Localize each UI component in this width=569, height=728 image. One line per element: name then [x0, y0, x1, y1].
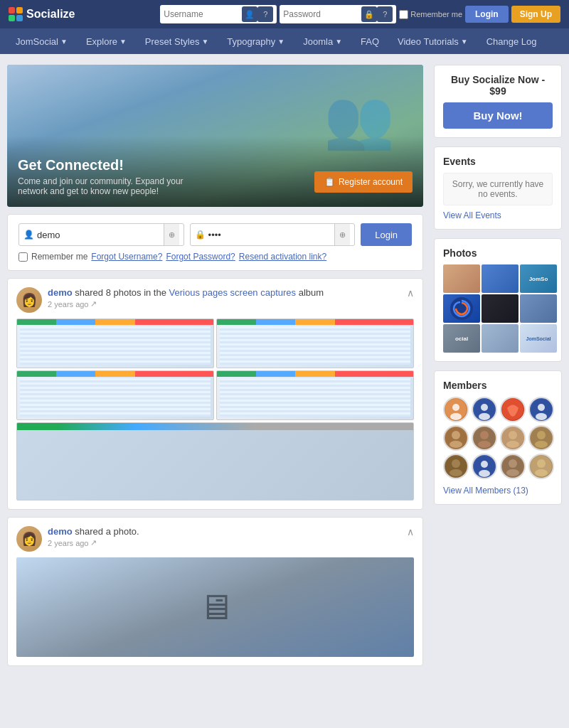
nav-item-explore[interactable]: Explore ▼ [78, 32, 135, 51]
photo-post-image [16, 557, 414, 657]
nav-arrow-joomla: ▼ [335, 38, 342, 46]
photo-thumb-4[interactable] [443, 294, 480, 323]
buy-now-button[interactable]: Buy Now! [443, 102, 553, 129]
header-password-icon-btn[interactable]: 🔒 [361, 6, 377, 22]
header-remember-checkbox[interactable] [399, 10, 408, 19]
member-icon-12 [530, 455, 553, 478]
photos-grid: JomSo ocial JomSocial [443, 264, 553, 353]
post-forward-icon: ↗ [90, 299, 97, 309]
header-username-help-btn[interactable]: ? [257, 6, 273, 22]
site-logo[interactable]: Socialize [9, 7, 75, 21]
post-avatar-2: 👩 [16, 526, 42, 552]
header-signup-button[interactable]: Sign Up [511, 6, 560, 23]
header-username-input[interactable] [164, 9, 242, 19]
post-album-suffix: album [299, 287, 324, 298]
header-login-button[interactable]: Login [465, 6, 509, 23]
svg-point-10 [536, 413, 547, 420]
login-form: 👤 ⊕ 🔒 ⊕ Login Remember me Forgot Usernam… [7, 214, 423, 271]
photo-thumb-5[interactable] [482, 294, 519, 323]
nav-item-typography[interactable]: Typography ▼ [218, 32, 293, 51]
sidebar-buy-box: Buy Socialize Now - $99 Buy Now! [434, 65, 562, 138]
events-title: Events [443, 156, 553, 167]
password-field[interactable] [208, 230, 335, 240]
forgot-username-link[interactable]: Forgot Username? [91, 252, 162, 262]
post-collapse-btn-1[interactable]: ∧ [407, 287, 414, 299]
sidebar-photos-box: Photos JomSo ocial JomSocial [434, 238, 562, 362]
remember-me-checkbox[interactable] [18, 252, 28, 262]
header-username-icon-btn[interactable]: 👤 [242, 6, 257, 22]
password-field-icon[interactable]: ⊕ [334, 224, 350, 245]
post-time-2: 2 years ago ↗ [48, 538, 401, 547]
logo-text: Socialize [26, 8, 75, 21]
svg-point-24 [452, 459, 460, 468]
svg-point-18 [509, 431, 517, 439]
header-remember-label[interactable]: Remember me [399, 10, 462, 19]
nav-item-joomla[interactable]: Joomla ▼ [294, 32, 351, 51]
svg-point-25 [450, 469, 462, 476]
member-avatar-9[interactable] [443, 454, 469, 479]
member-icon-8 [530, 427, 553, 449]
buy-price-label: Buy Socialize Now - $99 [443, 74, 553, 97]
photo-thumb-9[interactable]: JomSocial [520, 324, 557, 353]
view-all-members-link[interactable]: View All Members (13) [443, 486, 528, 496]
resend-activation-link[interactable]: Resend activation link? [239, 252, 326, 262]
content-column: Get Connected! Come and join our communi… [7, 65, 423, 673]
hero-register-button[interactable]: 📋 Register account [314, 171, 413, 193]
photo-thumb-2[interactable] [482, 264, 519, 293]
username-field-icon[interactable]: ⊕ [164, 224, 179, 245]
nav-item-jomsocial[interactable]: JomSocial ▼ [7, 32, 76, 51]
screenshot-full [16, 422, 414, 500]
sidebar-members-box: Members [434, 370, 562, 505]
main-container: Get Connected! Come and join our communi… [0, 54, 569, 684]
post-collapse-btn-2[interactable]: ∧ [407, 526, 414, 537]
post-card-photo: 👩 demo shared a photo. 2 years ago ↗ ∧ [7, 517, 423, 666]
member-avatar-2[interactable] [472, 397, 497, 422]
hero-banner: Get Connected! Come and join our communi… [7, 65, 423, 207]
header-password-help-btn[interactable]: ? [377, 6, 393, 22]
post-meta-2: demo shared a photo. 2 years ago ↗ [48, 526, 401, 547]
photo-thumb-6[interactable] [520, 294, 557, 323]
password-icon: 🔒 [195, 230, 206, 240]
header-login-area: 👤 ? 🔒 ? Remember me Login Sign Up [160, 5, 560, 23]
member-avatar-11[interactable] [500, 454, 526, 479]
post-album-link[interactable]: Verious pages screen captures [169, 287, 297, 298]
member-avatar-8[interactable] [528, 425, 554, 451]
view-all-events-link[interactable]: View All Events [443, 210, 501, 220]
svg-point-22 [535, 441, 548, 448]
member-avatar-6[interactable] [472, 425, 497, 451]
photo-thumb-3[interactable]: JomSo [520, 264, 557, 293]
nav-item-faq[interactable]: FAQ [352, 32, 388, 51]
forgot-password-link[interactable]: Forgot Password? [166, 252, 235, 262]
member-icon-2 [473, 398, 496, 421]
screenshot-4 [216, 370, 414, 420]
svg-point-30 [509, 459, 517, 468]
nav-item-changelog[interactable]: Change Log [478, 32, 546, 51]
member-avatar-12[interactable] [528, 454, 554, 479]
svg-point-31 [506, 469, 519, 476]
login-submit-button[interactable]: Login [361, 223, 412, 246]
member-avatar-5[interactable] [443, 425, 469, 451]
post-author-1[interactable]: demo [48, 287, 73, 298]
nav-item-video-tutorials[interactable]: Video Tutorials ▼ [389, 32, 477, 51]
photo-thumb-7[interactable]: ocial [443, 324, 480, 353]
nav-item-preset-styles[interactable]: Preset Styles ▼ [137, 32, 218, 51]
member-avatar-1[interactable] [443, 397, 469, 422]
member-avatar-10[interactable] [472, 454, 497, 479]
post-text-1: demo shared 8 photos in the Verious page… [48, 287, 401, 298]
nav-arrow-videos: ▼ [461, 38, 468, 46]
username-field[interactable] [37, 230, 164, 240]
nav-arrow-jomsocial: ▼ [60, 38, 68, 46]
header-password-wrap: 🔒 ? [280, 5, 396, 23]
svg-point-33 [537, 459, 546, 468]
member-avatar-3[interactable] [500, 397, 526, 422]
photo-thumb-1[interactable] [443, 264, 480, 293]
post-header-photo: 👩 demo shared a photo. 2 years ago ↗ ∧ [16, 526, 414, 552]
member-avatar-4[interactable] [528, 397, 554, 422]
post-author-2[interactable]: demo [48, 526, 73, 537]
header-password-input[interactable] [283, 9, 361, 19]
member-avatar-7[interactable] [500, 425, 526, 451]
post-time-1: 2 years ago ↗ [48, 299, 401, 309]
post-avatar-1: 👩 [16, 287, 42, 313]
sidebar-column: Buy Socialize Now - $99 Buy Now! Events … [434, 65, 562, 673]
photo-thumb-8[interactable] [482, 324, 519, 353]
